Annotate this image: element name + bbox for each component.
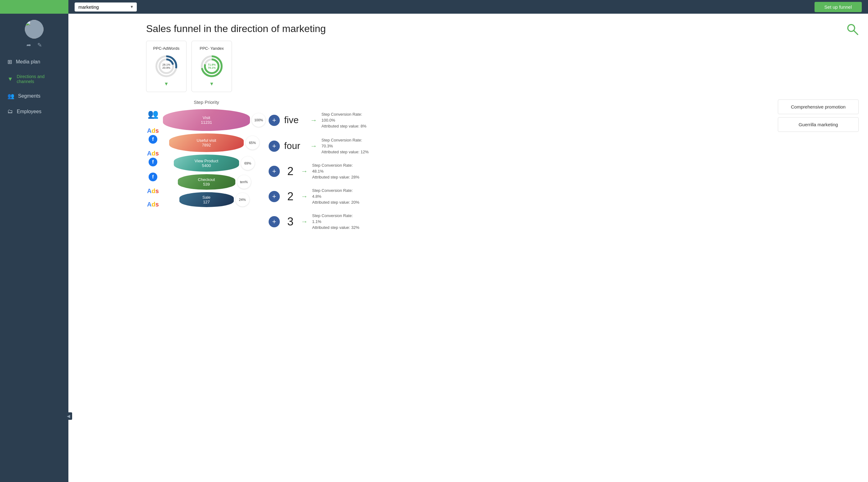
- sidebar-collapse-button[interactable]: ◀: [65, 412, 72, 420]
- sidebar-item-media-plan-label: Media plan: [16, 59, 40, 65]
- stat-attributed-sale: Attributed step value: 32%: [312, 225, 360, 230]
- channel-group-visit: Ads f: [147, 124, 159, 147]
- sale-label: Sale: [203, 195, 211, 200]
- filter-icon: ▼: [7, 76, 13, 82]
- card-chevron-adwords[interactable]: ▼: [164, 81, 169, 87]
- priority-sale: 3: [284, 215, 297, 228]
- sale-value: 127: [203, 200, 210, 204]
- facebook-icon-1[interactable]: f: [149, 135, 157, 144]
- google-ads-icon-2: Ads: [147, 150, 159, 157]
- stat-label-conversion-sale: Step Conversion Rate:: [312, 213, 360, 218]
- plus-btn-view-product[interactable]: +: [269, 166, 280, 177]
- visit-shape: Visit 11231: [163, 109, 250, 131]
- setup-funnel-button[interactable]: Set up funnel: [814, 2, 862, 12]
- plus-btn-useful-visit[interactable]: +: [269, 141, 280, 152]
- donut-adwords: 28.1% 20.9%: [154, 54, 179, 79]
- channel-cards: PPC-AdWords 28.1% 20.9% ▼ PPC- Yande: [146, 41, 859, 92]
- sidebar-item-employees-label: Employees: [17, 109, 41, 115]
- priority-checkout: 2: [284, 190, 297, 203]
- people-icon: 👥: [148, 109, 159, 119]
- stats-visit: Step Conversion Rate: 100.0% Attributed …: [321, 112, 367, 128]
- checkout-value: 539: [203, 182, 210, 187]
- stat-attributed-checkout: Attributed step value: 20%: [312, 200, 360, 205]
- channel-card-title-yandex: PPC- Yandex: [199, 46, 224, 51]
- share-icon[interactable]: ➦: [26, 42, 31, 49]
- arrow-visit: →: [310, 116, 317, 124]
- google-ads-icon-3: Ads: [147, 187, 159, 195]
- priority-useful-visit: four: [284, 141, 306, 151]
- media-plan-icon: ⊞: [7, 58, 12, 65]
- plus-btn-sale[interactable]: +: [269, 216, 280, 227]
- sidebar-item-media-plan[interactable]: ⊞ Media plan: [3, 55, 65, 69]
- direction-select-wrapper: marketing sales support ▼: [74, 2, 137, 11]
- useful-visit-label: Useful visit: [197, 138, 216, 143]
- search-icon[interactable]: [846, 23, 859, 38]
- sidebar-item-segments[interactable]: 👥 Segments: [3, 89, 65, 103]
- stat-val-conversion-visit: 100.0%: [321, 118, 367, 122]
- arrow-view-product: →: [301, 167, 308, 175]
- checkout-shape: Checkout 539: [178, 174, 235, 190]
- stats-view-product: Step Conversion Rate: 48.1% Attributed s…: [312, 163, 360, 179]
- step-priority-label: Step Priority: [194, 99, 219, 105]
- arrow-checkout: →: [301, 192, 308, 201]
- useful-visit-shape: Useful visit 7892: [169, 133, 244, 152]
- donut-yandex: 71.9% 79.1%: [199, 54, 224, 79]
- donut-adwords-val1: 28.1%: [162, 63, 170, 66]
- sale-shape: Sale 127: [179, 192, 234, 207]
- visit-label: Visit: [203, 115, 210, 120]
- priority-view-product: 2: [284, 165, 297, 178]
- sidebar-item-directions-channels[interactable]: ▼ Directions and channels: [3, 70, 65, 88]
- donut-adwords-val2: 20.9%: [162, 66, 170, 69]
- funnel-step-checkout: Checkout 539 ten%: [178, 174, 235, 190]
- right-panels: Comprehensive promotion Guerrilla market…: [778, 99, 859, 132]
- top-bar: marketing sales support ▼ Set up funnel: [68, 0, 868, 14]
- stat-val-conversion-useful-visit: 70.3%: [321, 144, 369, 148]
- channel-group-checkout: Ads: [147, 184, 159, 198]
- sidebar-item-directions-channels-label: Directions and channels: [17, 74, 61, 84]
- channel-card-ppc-yandex[interactable]: PPC- Yandex 71.9% 79.1% ▼: [191, 41, 232, 92]
- guerrilla-marketing-panel[interactable]: Guerrilla marketing: [778, 117, 859, 132]
- stats-useful-visit: Step Conversion Rate: 70.3% Attributed s…: [321, 138, 369, 154]
- channel-icons-column: 👥 Ads f Ads f f Ads: [146, 99, 160, 239]
- avatar: [25, 20, 43, 38]
- arrow-useful-visit: →: [310, 142, 317, 150]
- card-chevron-yandex[interactable]: ▼: [209, 81, 214, 87]
- direction-select[interactable]: marketing sales support: [74, 2, 137, 11]
- channel-card-ppc-adwords[interactable]: PPC-AdWords 28.1% 20.9% ▼: [146, 41, 187, 92]
- step-row-useful-visit: + four → Step Conversion Rate: 70.3% Att…: [269, 138, 859, 154]
- main-content: Sales funnel in the direction of marketi…: [137, 14, 868, 482]
- funnel-step-sale: Sale 127 24%: [179, 192, 234, 207]
- plus-btn-visit[interactable]: +: [269, 115, 280, 126]
- channel-group-sale: Ads: [147, 198, 159, 211]
- stat-label-conversion-view-product: Step Conversion Rate:: [312, 163, 360, 168]
- facebook-icon-3[interactable]: f: [149, 173, 157, 181]
- visit-pct-badge: 100%: [252, 113, 266, 127]
- useful-visit-value: 7892: [202, 143, 211, 147]
- view-product-shape: View Product 5400: [174, 155, 239, 172]
- page-title: Sales funnel in the direction of marketi…: [146, 23, 859, 34]
- channel-group-useful: Ads f: [147, 147, 159, 170]
- step-row-checkout: + 2 → Step Conversion Rate: 4.8% Attribu…: [269, 188, 859, 205]
- stat-label-conversion-visit: Step Conversion Rate:: [321, 112, 367, 117]
- google-ads-icon-4: Ads: [147, 201, 159, 208]
- plus-btn-checkout[interactable]: +: [269, 191, 280, 202]
- arrow-sale: →: [301, 218, 308, 226]
- comprehensive-promotion-panel[interactable]: Comprehensive promotion: [778, 99, 859, 114]
- facebook-icon-2[interactable]: f: [149, 158, 157, 167]
- step-row-view-product: + 2 → Step Conversion Rate: 48.1% Attrib…: [269, 163, 859, 179]
- donut-yandex-val1: 71.9%: [208, 63, 216, 66]
- edit-icon[interactable]: ✎: [37, 42, 42, 49]
- stat-val-conversion-checkout: 4.8%: [312, 194, 360, 199]
- visit-value: 11231: [201, 120, 212, 125]
- stat-val-conversion-view-product: 48.1%: [312, 169, 360, 174]
- funnel-step-visit: Visit 11231 100%: [163, 109, 250, 131]
- priority-visit: five: [284, 115, 306, 126]
- view-product-label: View Product: [195, 159, 218, 163]
- checkout-label: Checkout: [198, 177, 215, 182]
- stat-label-conversion-checkout: Step Conversion Rate:: [312, 188, 360, 193]
- view-product-pct-badge: 69%: [241, 156, 255, 170]
- funnel-step-view-product: View Product 5400 69%: [174, 155, 239, 172]
- view-product-value: 5400: [202, 163, 211, 168]
- funnel-step-useful-visit: Useful visit 7892 65%: [169, 133, 244, 152]
- sidebar-item-employees[interactable]: 🗂 Employees: [3, 104, 65, 119]
